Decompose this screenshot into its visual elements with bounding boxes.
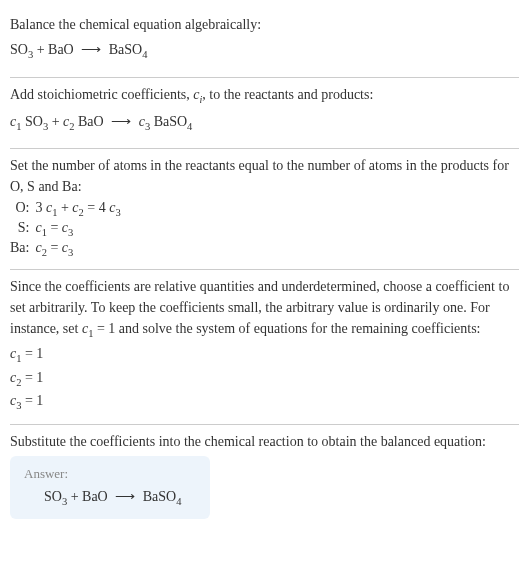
arrow-icon: ⟶	[77, 42, 105, 57]
section-atoms: Set the number of atoms in the reactants…	[10, 149, 519, 268]
coeff-list: c1 = 1 c2 = 1 c3 = 1	[10, 343, 519, 414]
section-problem: Balance the chemical equation algebraica…	[10, 8, 519, 77]
element-equation: c2 = c3	[35, 239, 126, 259]
p1-sub: 4	[187, 120, 192, 131]
plus: +	[57, 200, 72, 215]
stoich-text-b: , to the reactants and products:	[202, 87, 373, 102]
r1: SO3	[21, 114, 48, 129]
equals: =	[47, 240, 62, 255]
coeff-val: = 1	[21, 370, 43, 385]
reactant-bao: BaO	[48, 42, 74, 57]
coeff-row: c2 = 1	[10, 367, 519, 391]
problem-text: Balance the chemical equation algebraica…	[10, 14, 519, 35]
coef: 3	[35, 200, 46, 215]
atoms-table: O: 3 c1 + c2 = 4 c3 S: c1 = c3 Ba: c2 = …	[10, 199, 127, 258]
atoms-text: Set the number of atoms in the reactants…	[10, 155, 519, 197]
baso4-base: BaSO	[109, 42, 142, 57]
answer-box: Answer: SO3 + BaO ⟶ BaSO4	[10, 456, 210, 519]
element-equation: 3 c1 + c2 = 4 c3	[35, 199, 126, 219]
baso4-sub: 4	[142, 49, 147, 60]
ci-i: i	[199, 94, 202, 105]
r2: BaO	[75, 114, 104, 129]
var-n: 3	[68, 247, 73, 258]
plus: +	[48, 114, 63, 129]
section-stoich: Add stoichiometric coefficients, ci, to …	[10, 78, 519, 149]
p1-base: BaSO	[150, 114, 187, 129]
section-answer: Substitute the coefficients into the che…	[10, 425, 519, 529]
table-row: Ba: c2 = c3	[10, 239, 127, 259]
plus: +	[67, 489, 82, 504]
table-row: S: c1 = c3	[10, 219, 127, 239]
coef: 4	[99, 200, 110, 215]
coeff-val: = 1	[21, 393, 43, 408]
element-label: O:	[10, 199, 35, 219]
reactant-bao: BaO	[82, 489, 108, 504]
so3-base: SO	[44, 489, 62, 504]
arrow-icon: ⟶	[111, 489, 139, 504]
var-n: 3	[68, 227, 73, 238]
element-label: Ba:	[10, 239, 35, 259]
var-n: 3	[115, 207, 120, 218]
stoich-text: Add stoichiometric coefficients, ci, to …	[10, 84, 519, 107]
element-label: S:	[10, 219, 35, 239]
coeff-row: c3 = 1	[10, 390, 519, 414]
stoich-equation: c1 SO3 + c2 BaO ⟶ c3 BaSO4	[10, 107, 519, 139]
reactant-so3: SO3	[10, 42, 33, 57]
coeff-val: = 1	[21, 346, 43, 361]
unbalanced-equation: SO3 + BaO ⟶ BaSO4	[10, 35, 519, 67]
r1-base: SO	[21, 114, 42, 129]
answer-intro: Substitute the coefficients into the che…	[10, 431, 519, 452]
coeff-row: c1 = 1	[10, 343, 519, 367]
arrow-icon: ⟶	[107, 114, 135, 129]
plus: +	[33, 42, 48, 57]
stoich-text-a: Add stoichiometric coefficients,	[10, 87, 193, 102]
table-row: O: 3 c1 + c2 = 4 c3	[10, 199, 127, 219]
balanced-equation: SO3 + BaO ⟶ BaSO4	[24, 488, 196, 507]
equals: =	[84, 200, 99, 215]
so3-base: SO	[10, 42, 28, 57]
answer-label: Answer:	[24, 466, 196, 482]
element-equation: c1 = c3	[35, 219, 126, 239]
product-baso4: BaSO4	[109, 42, 148, 57]
reactant-so3: SO3	[44, 489, 67, 504]
p1: BaSO4	[150, 114, 192, 129]
product-baso4: BaSO4	[143, 489, 182, 504]
baso4-sub: 4	[176, 496, 181, 507]
equals: =	[47, 220, 62, 235]
section-solve: Since the coefficients are relative quan…	[10, 270, 519, 424]
solve-text: Since the coefficients are relative quan…	[10, 276, 519, 342]
baso4-base: BaSO	[143, 489, 176, 504]
solve-text-b: = 1 and solve the system of equations fo…	[93, 321, 480, 336]
